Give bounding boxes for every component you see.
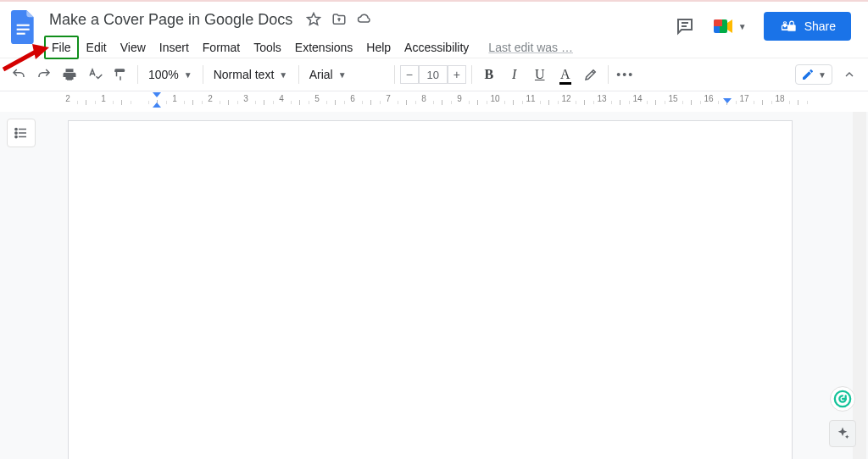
ruler-number: 4 bbox=[279, 94, 284, 103]
separator bbox=[203, 65, 203, 84]
ruler-number: 8 bbox=[421, 94, 426, 103]
collapse-toolbar-button[interactable] bbox=[837, 63, 861, 86]
more-tools-button[interactable]: ••• bbox=[614, 63, 637, 86]
font-dropdown[interactable]: Arial▼ bbox=[304, 63, 389, 86]
ruler-number: 13 bbox=[597, 94, 606, 103]
explore-button[interactable] bbox=[829, 420, 856, 447]
zoom-dropdown[interactable]: 100%▼ bbox=[143, 63, 198, 86]
ruler-number: 10 bbox=[490, 94, 499, 103]
ruler-number: 1 bbox=[101, 94, 106, 103]
document-canvas bbox=[0, 112, 868, 459]
meet-button[interactable]: ▼ bbox=[708, 14, 752, 39]
chevron-down-icon: ▼ bbox=[738, 22, 747, 31]
editing-mode-button[interactable]: ▼ bbox=[795, 64, 832, 85]
menu-file[interactable]: File bbox=[44, 36, 79, 59]
separator bbox=[471, 65, 472, 84]
separator bbox=[394, 65, 395, 84]
right-indent-handle[interactable] bbox=[723, 98, 732, 103]
chevron-down-icon: ▼ bbox=[279, 70, 287, 80]
menu-extensions[interactable]: Extensions bbox=[289, 37, 359, 58]
horizontal-ruler[interactable]: 21123456789101112131415161718 bbox=[0, 91, 868, 108]
paragraph-style-dropdown[interactable]: Normal text▼ bbox=[209, 63, 293, 86]
ruler-number: 17 bbox=[739, 94, 748, 103]
ruler-number: 6 bbox=[350, 94, 355, 103]
svg-point-14 bbox=[15, 135, 17, 137]
ruler-number: 1 bbox=[172, 94, 177, 103]
ruler-number: 3 bbox=[243, 94, 248, 103]
svg-point-12 bbox=[15, 128, 17, 130]
menu-view[interactable]: View bbox=[114, 37, 152, 58]
undo-button[interactable] bbox=[7, 63, 31, 86]
cloud-status-icon[interactable] bbox=[357, 12, 372, 27]
menu-edit[interactable]: Edit bbox=[81, 37, 113, 58]
share-button[interactable]: Share bbox=[764, 12, 851, 41]
decrease-font-size-button[interactable]: − bbox=[400, 65, 419, 84]
ruler-number: 12 bbox=[561, 94, 570, 103]
document-page[interactable] bbox=[68, 120, 793, 459]
separator bbox=[298, 65, 299, 84]
separator bbox=[137, 65, 138, 84]
ruler-number: 2 bbox=[65, 94, 70, 103]
star-icon[interactable] bbox=[306, 12, 321, 27]
menu-insert[interactable]: Insert bbox=[153, 37, 195, 58]
left-indent-handle[interactable] bbox=[153, 92, 161, 108]
chevron-down-icon: ▼ bbox=[338, 70, 347, 80]
paint-format-button[interactable] bbox=[108, 63, 132, 86]
print-button[interactable] bbox=[58, 63, 81, 86]
ruler-number: 2 bbox=[208, 94, 213, 103]
menu-format[interactable]: Format bbox=[197, 37, 246, 58]
text-color-button[interactable]: A bbox=[554, 63, 577, 86]
italic-button[interactable]: I bbox=[503, 63, 526, 86]
document-outline-button[interactable] bbox=[7, 119, 36, 147]
chevron-down-icon: ▼ bbox=[184, 70, 192, 80]
separator bbox=[608, 65, 609, 84]
menu-accessibility[interactable]: Accessibility bbox=[398, 37, 475, 58]
docs-home-icon[interactable] bbox=[7, 10, 41, 44]
chevron-down-icon: ▼ bbox=[818, 70, 826, 80]
svg-rect-2 bbox=[17, 33, 25, 35]
grammarly-button[interactable] bbox=[830, 386, 855, 412]
font-size-input[interactable]: 10 bbox=[419, 65, 448, 84]
ruler-number: 7 bbox=[386, 94, 391, 103]
move-folder-icon[interactable] bbox=[331, 12, 347, 27]
svg-point-13 bbox=[15, 132, 17, 134]
comments-icon[interactable] bbox=[674, 15, 696, 37]
svg-rect-1 bbox=[17, 29, 30, 30]
menu-help[interactable]: Help bbox=[360, 37, 397, 58]
ruler-number: 15 bbox=[668, 94, 677, 103]
last-edit-link[interactable]: Last edit was … bbox=[488, 41, 573, 54]
ruler-number: 5 bbox=[314, 94, 320, 103]
toolbar: 100%▼ Normal text▼ Arial▼ − 10 + B I U A… bbox=[0, 58, 868, 91]
ruler-number: 11 bbox=[526, 94, 535, 103]
spellcheck-button[interactable] bbox=[83, 63, 107, 86]
highlight-color-button[interactable] bbox=[579, 63, 603, 86]
redo-button[interactable] bbox=[32, 63, 56, 86]
document-title[interactable]: Make a Cover Page in Google Docs bbox=[44, 9, 298, 30]
ruler-number: 18 bbox=[775, 94, 784, 103]
increase-font-size-button[interactable]: + bbox=[448, 65, 466, 84]
ruler-number: 16 bbox=[704, 94, 713, 103]
menubar: File Edit View Insert Format Tools Exten… bbox=[44, 32, 674, 59]
menu-tools[interactable]: Tools bbox=[248, 37, 287, 58]
svg-rect-0 bbox=[17, 25, 30, 26]
share-label: Share bbox=[804, 19, 836, 33]
ruler-number: 9 bbox=[457, 94, 462, 103]
bold-button[interactable]: B bbox=[477, 63, 501, 86]
ruler-number: 14 bbox=[632, 94, 642, 103]
underline-button[interactable]: U bbox=[528, 63, 552, 86]
